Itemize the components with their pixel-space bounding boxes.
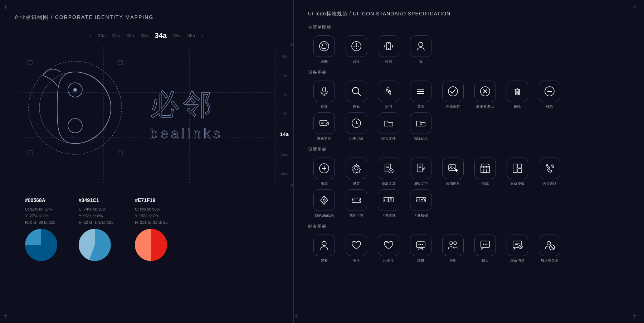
gear-icon	[351, 163, 362, 174]
color-hex-1: #00568A	[25, 197, 57, 203]
icon-myticket-box	[346, 189, 367, 211]
device-icons-row1: 直播 搜索 热门 菜单 完成保存	[308, 81, 630, 109]
friends-icons: 好友 关注 已关注 群聊 群组	[308, 235, 630, 263]
device-icons-row2: 发送名片 历史记录 聊天文件 清除记录	[308, 112, 630, 141]
heart-icon	[351, 240, 362, 251]
icon-chat: 聊天	[469, 235, 501, 263]
icon-friend: 好友	[308, 235, 340, 263]
icon-follow-box	[346, 235, 367, 256]
page-nav: ‹ 30a 31a 32a 33a 34a 35a 36a ›	[14, 32, 279, 40]
icon-search: 搜索	[340, 81, 372, 109]
icon-template: 文章模板	[501, 158, 533, 186]
icon-edittext-box	[410, 158, 431, 179]
svg-rect-59	[417, 164, 423, 172]
svg-rect-69	[513, 164, 517, 173]
icon-myticket-label: 我的卡券	[349, 213, 364, 218]
icon-myticket: 我的卡券	[340, 189, 372, 218]
phone-vibrate-icon	[383, 40, 394, 52]
svg-point-51	[355, 167, 358, 170]
page-34a-current[interactable]: 34a	[155, 32, 167, 40]
page-36a[interactable]: 36a	[187, 33, 195, 38]
chat-group-icon	[415, 240, 426, 251]
icon-remove: 移除	[533, 81, 566, 109]
phone-wave-icon	[544, 163, 555, 174]
svg-point-89	[485, 244, 486, 245]
chat-block-icon	[512, 240, 523, 251]
icon-remove-label: 移除	[546, 104, 553, 109]
svg-point-86	[450, 242, 453, 245]
svg-rect-67	[481, 166, 489, 173]
right-title: UI icon标准规范 / UI ICON STANDARD SPECIFICA…	[308, 11, 630, 17]
ruler-up[interactable]: ∧	[290, 42, 293, 47]
icon-hotspot: 热门	[372, 81, 405, 109]
icon-groupchat: 群聊	[405, 235, 437, 263]
settings-icons-row2: 我的Beacon 我的卡券 卡券管理 卡券核销	[308, 189, 630, 218]
ruler-11a: 11a	[281, 73, 287, 78]
icon-chatfile-box	[378, 112, 399, 134]
svg-rect-7	[28, 151, 32, 155]
icon-bixun-box	[346, 35, 367, 57]
settings-icons-row1: 添加 设置 添加文章 编辑文字 添加图片	[308, 158, 630, 186]
ticket-mgmt-icon	[383, 194, 394, 206]
page-31a[interactable]: 31a	[112, 33, 120, 38]
svg-rect-71	[518, 169, 522, 173]
icon-template-box	[507, 158, 528, 179]
icon-shop-label: 商城	[482, 181, 489, 186]
color-item-1: #00568A C: 92% M: 67%Y: 27% K: 0%R: 0 G:…	[25, 197, 57, 261]
circle-face-icon	[318, 40, 330, 52]
page-33a[interactable]: 33a	[141, 33, 148, 38]
page-30a[interactable]: 30a	[98, 33, 106, 38]
icon-addarticle-label: 添加文章	[381, 181, 396, 186]
next-arrow[interactable]: ›	[201, 33, 203, 38]
icon-history: 历史记录	[340, 112, 372, 141]
ruler-13a: 13a	[281, 112, 287, 116]
page-35a[interactable]: 35a	[173, 33, 181, 38]
prev-arrow[interactable]: ‹	[90, 33, 91, 38]
logo-circle-container	[25, 58, 125, 159]
icon-settings: 设置	[340, 158, 372, 186]
icon-chatfile-label: 聊天文件	[381, 136, 396, 141]
svg-point-31	[448, 87, 458, 96]
icon-addarticle-box	[378, 158, 399, 179]
doc-plus-icon	[383, 163, 394, 174]
svg-point-84	[420, 244, 421, 245]
chat-bubble-icon	[479, 240, 491, 251]
x-circle-icon	[479, 86, 491, 97]
left-panel: + + 企业标识制图 / CORPORATE IDENTITY MAPPING …	[0, 0, 293, 323]
svg-point-88	[483, 244, 484, 245]
page-32a[interactable]: 32a	[126, 33, 134, 38]
svg-rect-5	[28, 61, 32, 65]
person-icon	[415, 40, 426, 52]
icon-shop: 商城	[469, 158, 501, 186]
icon-followed-label: 已关注	[383, 258, 394, 263]
icon-settings-box	[346, 158, 367, 179]
icon-shop-box	[474, 158, 496, 179]
shop-icon	[479, 163, 491, 174]
svg-point-9	[319, 42, 329, 51]
icon-group-label: 群组	[449, 258, 457, 263]
color-swatch-1	[25, 229, 57, 261]
icon-history-box	[346, 112, 367, 134]
brand-grid: 必邻 bealinks 10a 11a 12a 13a 14a 15a 16a …	[18, 47, 275, 183]
svg-point-22	[419, 42, 423, 47]
brand-english: bealinks	[150, 126, 223, 141]
svg-point-81	[322, 241, 326, 246]
icon-chat-box	[474, 235, 496, 256]
trash-icon	[512, 86, 523, 97]
ruler-down[interactable]: ∨	[290, 183, 293, 188]
icon-voicecall-label: 语音通话	[542, 181, 557, 186]
icon-clearrecord-label: 清除记录	[414, 136, 428, 141]
doc-edit-icon	[415, 163, 426, 174]
icon-biquan-box	[313, 35, 335, 57]
section-label-friends: 好友图标	[308, 223, 630, 230]
svg-line-27	[358, 93, 361, 96]
icon-add-label: 添加	[321, 181, 328, 186]
svg-rect-70	[518, 164, 522, 168]
mic-icon	[318, 86, 330, 97]
right-corner-bl: +	[294, 312, 298, 319]
icon-delete-box	[507, 81, 528, 102]
section-label-device: 设备图标	[308, 69, 630, 76]
svg-point-0	[29, 61, 122, 154]
ruler-10a: 10a	[281, 54, 287, 59]
icon-addarticle: 添加文章	[372, 158, 405, 186]
